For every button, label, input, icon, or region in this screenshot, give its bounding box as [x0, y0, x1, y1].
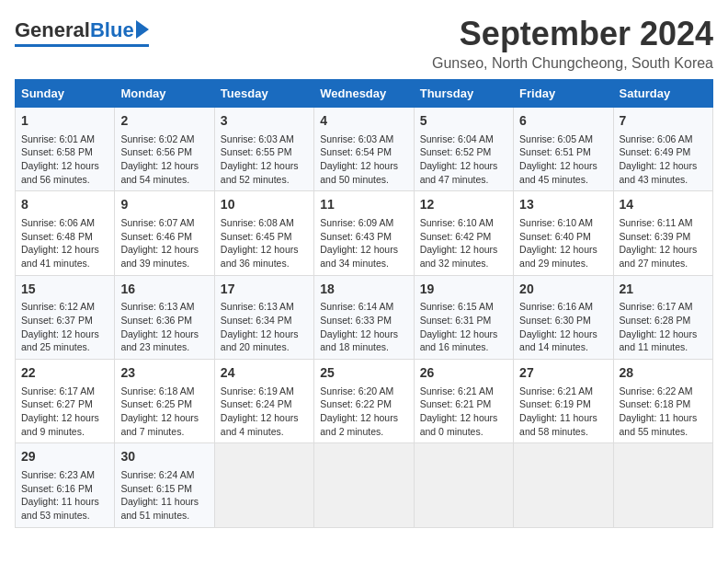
header-friday: Friday [514, 80, 613, 108]
calendar-week-5: 29Sunrise: 6:23 AMSunset: 6:16 PMDayligh… [16, 443, 713, 527]
calendar-week-4: 22Sunrise: 6:17 AMSunset: 6:27 PMDayligh… [16, 360, 713, 443]
day-number: 11 [320, 196, 407, 214]
calendar-cell: 5Sunrise: 6:04 AMSunset: 6:52 PMDaylight… [414, 108, 513, 191]
calendar-header: SundayMondayTuesdayWednesdayThursdayFrid… [16, 80, 713, 108]
day-number: 27 [519, 364, 607, 383]
day-number: 17 [221, 281, 308, 299]
calendar-cell: 12Sunrise: 6:10 AMSunset: 6:42 PMDayligh… [414, 191, 513, 275]
calendar-cell: 24Sunrise: 6:19 AMSunset: 6:24 PMDayligh… [214, 360, 313, 443]
calendar-table: SundayMondayTuesdayWednesdayThursdayFrid… [15, 79, 713, 528]
day-info: Sunrise: 6:13 AMSunset: 6:36 PMDaylight:… [120, 300, 208, 354]
day-number: 19 [420, 281, 507, 299]
day-number: 2 [120, 112, 208, 131]
calendar-cell: 11Sunrise: 6:09 AMSunset: 6:43 PMDayligh… [314, 191, 414, 275]
calendar-cell: 4Sunrise: 6:03 AMSunset: 6:54 PMDaylight… [314, 108, 414, 191]
calendar-cell: 18Sunrise: 6:14 AMSunset: 6:33 PMDayligh… [314, 275, 414, 359]
day-info: Sunrise: 6:10 AMSunset: 6:40 PMDaylight:… [519, 216, 607, 270]
day-number: 14 [620, 196, 707, 214]
day-number: 28 [620, 364, 707, 383]
day-number: 1 [21, 112, 108, 131]
day-info: Sunrise: 6:19 AMSunset: 6:24 PMDaylight:… [221, 385, 308, 439]
day-info: Sunrise: 6:11 AMSunset: 6:39 PMDaylight:… [620, 216, 707, 270]
calendar-body: 1Sunrise: 6:01 AMSunset: 6:58 PMDaylight… [16, 108, 713, 528]
day-info: Sunrise: 6:01 AMSunset: 6:58 PMDaylight:… [21, 132, 108, 187]
page-header: General Blue September 2024 Gunseo, Nort… [15, 15, 713, 72]
logo-arrow-icon [136, 20, 149, 39]
day-info: Sunrise: 6:13 AMSunset: 6:34 PMDaylight:… [221, 300, 308, 354]
day-info: Sunrise: 6:10 AMSunset: 6:42 PMDaylight:… [420, 216, 507, 270]
title-area: September 2024 Gunseo, North Chungcheong… [432, 15, 713, 72]
day-number: 25 [320, 364, 407, 383]
header-tuesday: Tuesday [214, 80, 313, 108]
calendar-cell: 3Sunrise: 6:03 AMSunset: 6:55 PMDaylight… [214, 108, 313, 191]
calendar-cell: 17Sunrise: 6:13 AMSunset: 6:34 PMDayligh… [214, 275, 313, 359]
logo-general: General [15, 18, 90, 42]
logo-underline [15, 44, 149, 47]
calendar-cell: 28Sunrise: 6:22 AMSunset: 6:18 PMDayligh… [613, 360, 712, 443]
day-number: 16 [120, 281, 208, 299]
day-info: Sunrise: 6:23 AMSunset: 6:16 PMDaylight:… [21, 468, 108, 523]
calendar-cell: 15Sunrise: 6:12 AMSunset: 6:37 PMDayligh… [16, 275, 115, 359]
calendar-cell: 2Sunrise: 6:02 AMSunset: 6:56 PMDaylight… [115, 108, 214, 191]
calendar-cell: 29Sunrise: 6:23 AMSunset: 6:16 PMDayligh… [16, 443, 115, 527]
calendar-week-1: 1Sunrise: 6:01 AMSunset: 6:58 PMDaylight… [16, 108, 713, 191]
calendar-cell: 26Sunrise: 6:21 AMSunset: 6:21 PMDayligh… [414, 360, 513, 443]
calendar-subtitle: Gunseo, North Chungcheong, South Korea [432, 55, 713, 72]
day-info: Sunrise: 6:24 AMSunset: 6:15 PMDaylight:… [120, 468, 208, 523]
day-info: Sunrise: 6:17 AMSunset: 6:27 PMDaylight:… [21, 385, 108, 439]
day-info: Sunrise: 6:18 AMSunset: 6:25 PMDaylight:… [120, 385, 208, 439]
day-number: 9 [120, 196, 208, 214]
calendar-cell: 13Sunrise: 6:10 AMSunset: 6:40 PMDayligh… [514, 191, 613, 275]
calendar-cell: 21Sunrise: 6:17 AMSunset: 6:28 PMDayligh… [613, 275, 712, 359]
header-row: SundayMondayTuesdayWednesdayThursdayFrid… [16, 80, 713, 108]
calendar-cell: 27Sunrise: 6:21 AMSunset: 6:19 PMDayligh… [514, 360, 613, 443]
day-info: Sunrise: 6:06 AMSunset: 6:48 PMDaylight:… [21, 216, 108, 270]
calendar-cell: 16Sunrise: 6:13 AMSunset: 6:36 PMDayligh… [115, 275, 214, 359]
day-info: Sunrise: 6:14 AMSunset: 6:33 PMDaylight:… [320, 300, 407, 354]
day-info: Sunrise: 6:02 AMSunset: 6:56 PMDaylight:… [120, 132, 208, 187]
calendar-cell [314, 443, 414, 527]
day-info: Sunrise: 6:04 AMSunset: 6:52 PMDaylight:… [420, 132, 507, 187]
calendar-cell: 1Sunrise: 6:01 AMSunset: 6:58 PMDaylight… [16, 108, 115, 191]
day-info: Sunrise: 6:16 AMSunset: 6:30 PMDaylight:… [519, 300, 607, 354]
logo: General Blue [15, 18, 149, 47]
calendar-cell: 20Sunrise: 6:16 AMSunset: 6:30 PMDayligh… [514, 275, 613, 359]
day-info: Sunrise: 6:15 AMSunset: 6:31 PMDaylight:… [420, 300, 507, 354]
calendar-cell: 10Sunrise: 6:08 AMSunset: 6:45 PMDayligh… [214, 191, 313, 275]
day-number: 30 [120, 448, 208, 466]
day-number: 3 [221, 112, 308, 131]
header-sunday: Sunday [16, 80, 115, 108]
day-info: Sunrise: 6:12 AMSunset: 6:37 PMDaylight:… [21, 300, 108, 354]
day-number: 12 [420, 196, 507, 214]
logo-blue: Blue [90, 18, 134, 42]
header-monday: Monday [115, 80, 214, 108]
day-number: 10 [221, 196, 308, 214]
header-saturday: Saturday [613, 80, 712, 108]
calendar-week-3: 15Sunrise: 6:12 AMSunset: 6:37 PMDayligh… [16, 275, 713, 359]
calendar-cell: 8Sunrise: 6:06 AMSunset: 6:48 PMDaylight… [16, 191, 115, 275]
day-info: Sunrise: 6:03 AMSunset: 6:55 PMDaylight:… [221, 132, 308, 187]
calendar-cell [613, 443, 712, 527]
header-wednesday: Wednesday [314, 80, 414, 108]
day-info: Sunrise: 6:03 AMSunset: 6:54 PMDaylight:… [320, 132, 407, 187]
day-number: 4 [320, 112, 407, 131]
day-info: Sunrise: 6:21 AMSunset: 6:21 PMDaylight:… [420, 385, 507, 439]
calendar-cell: 25Sunrise: 6:20 AMSunset: 6:22 PMDayligh… [314, 360, 414, 443]
day-number: 21 [620, 281, 707, 299]
calendar-cell: 7Sunrise: 6:06 AMSunset: 6:49 PMDaylight… [613, 108, 712, 191]
day-info: Sunrise: 6:05 AMSunset: 6:51 PMDaylight:… [519, 132, 607, 187]
calendar-title: September 2024 [432, 15, 713, 53]
day-number: 6 [519, 112, 607, 131]
calendar-cell [414, 443, 513, 527]
day-number: 29 [21, 448, 108, 466]
day-info: Sunrise: 6:21 AMSunset: 6:19 PMDaylight:… [519, 385, 607, 439]
day-info: Sunrise: 6:08 AMSunset: 6:45 PMDaylight:… [221, 216, 308, 270]
calendar-cell [214, 443, 313, 527]
calendar-cell: 23Sunrise: 6:18 AMSunset: 6:25 PMDayligh… [115, 360, 214, 443]
day-number: 20 [519, 281, 607, 299]
day-info: Sunrise: 6:09 AMSunset: 6:43 PMDaylight:… [320, 216, 407, 270]
day-number: 22 [21, 364, 108, 383]
day-info: Sunrise: 6:17 AMSunset: 6:28 PMDaylight:… [620, 300, 707, 354]
day-number: 7 [620, 112, 707, 131]
calendar-cell: 6Sunrise: 6:05 AMSunset: 6:51 PMDaylight… [514, 108, 613, 191]
